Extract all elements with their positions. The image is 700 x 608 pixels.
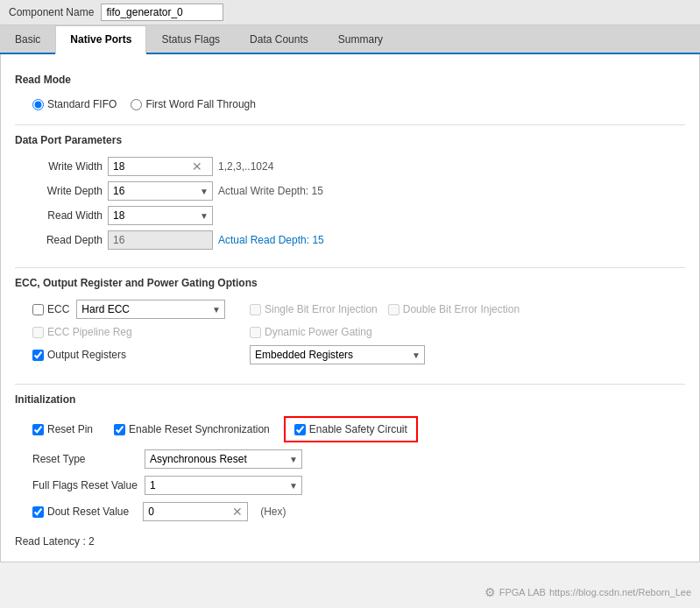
output-reg-select[interactable]: Embedded Registers [251, 346, 424, 364]
single-bit-text: Single Bit Error Injection [265, 303, 378, 315]
enable-safety-circuit-text: Enable Safety Circuit [309, 423, 407, 435]
dout-reset-input-wrapper[interactable]: ✕ [143, 502, 248, 521]
dynamic-power-label[interactable]: Dynamic Power Gating [250, 326, 372, 338]
ecc-pipeline-row: ECC Pipeline Reg Dynamic Power Gating [32, 326, 685, 338]
single-bit-checkbox[interactable] [250, 304, 261, 315]
dout-reset-checkbox[interactable] [32, 506, 44, 518]
reset-pin-text: Reset Pin [47, 423, 93, 435]
dout-reset-label-text: Dout Reset Value [47, 505, 129, 518]
ecc-section: ECC Hard ECC ▼ Single Bit Error Injectio… [15, 296, 685, 375]
reset-type-row: Reset Type Asynchronous Reset Synchronou… [32, 449, 685, 469]
standard-fifo-option[interactable]: Standard FIFO [32, 98, 117, 110]
read-width-select[interactable]: 18 32 [109, 207, 212, 224]
enable-reset-sync-label[interactable]: Enable Reset Synchronization [114, 423, 270, 435]
double-bit-label[interactable]: Double Bit Error Injection [388, 303, 520, 315]
write-depth-row: Write Depth 16 32 64 ▼ Actual Write Dept… [32, 181, 685, 201]
tab-data-counts[interactable]: Data Counts [235, 25, 323, 53]
write-depth-select[interactable]: 16 32 64 [109, 182, 212, 200]
tab-status-flags[interactable]: Status Flags [146, 25, 235, 53]
write-width-input[interactable] [113, 160, 192, 173]
full-flags-row: Full Flags Reset Value 1 0 ▼ [32, 476, 685, 495]
header-bar: Component Name [0, 0, 700, 25]
ecc-pipeline-text: ECC Pipeline Reg [47, 326, 132, 338]
read-latency: Read Latency : 2 [15, 532, 685, 551]
tab-summary[interactable]: Summary [323, 25, 398, 53]
reset-type-select[interactable]: Asynchronous Reset Synchronous Reset [145, 450, 301, 468]
enable-safety-circuit-checkbox[interactable] [294, 424, 306, 435]
enable-safety-circuit-box: Enable Safety Circuit [284, 416, 418, 442]
read-depth-display: 16 [108, 230, 213, 250]
dout-reset-hint: (Hex) [260, 505, 286, 518]
single-bit-label[interactable]: Single Bit Error Injection [250, 303, 378, 315]
full-flags-select-wrapper[interactable]: 1 0 ▼ [145, 476, 302, 495]
read-width-label: Read Width [32, 209, 103, 222]
dynamic-power-text: Dynamic Power Gating [265, 326, 372, 338]
write-width-label: Write Width [32, 160, 103, 173]
reset-type-select-wrapper[interactable]: Asynchronous Reset Synchronous Reset ▼ [145, 449, 302, 469]
enable-reset-sync-text: Enable Reset Synchronization [129, 423, 270, 435]
standard-fifo-radio[interactable] [32, 99, 44, 110]
data-port-title: Data Port Parameters [15, 134, 685, 146]
dout-reset-checkbox-label[interactable]: Dout Reset Value [32, 505, 129, 518]
output-reg-checkbox-label[interactable]: Output Registers [32, 349, 225, 361]
reset-pin-checkbox[interactable] [32, 424, 44, 435]
first-word-fall-through-label: First Word Fall Through [145, 98, 256, 110]
read-depth-row: Read Depth 16 Actual Read Depth: 15 [32, 230, 685, 250]
write-width-clear[interactable]: ✕ [192, 160, 202, 173]
hard-ecc-select[interactable]: Hard ECC [77, 300, 224, 318]
output-reg-select-wrapper[interactable]: Embedded Registers ▼ [250, 345, 425, 364]
write-width-hint: 1,2,3,..1024 [218, 160, 273, 173]
read-width-select-wrapper[interactable]: 18 32 ▼ [108, 206, 213, 225]
reset-type-label: Reset Type [32, 453, 138, 465]
ecc-pipeline-checkbox[interactable] [32, 327, 44, 338]
double-bit-text: Double Bit Error Injection [403, 303, 520, 315]
write-depth-select-wrapper[interactable]: 16 32 64 ▼ [108, 181, 213, 201]
ecc-checkbox[interactable] [32, 304, 44, 315]
output-reg-text: Output Registers [47, 349, 126, 361]
write-width-input-wrapper[interactable]: ✕ [108, 157, 213, 176]
read-mode-title: Read Mode [15, 74, 685, 86]
dout-reset-input[interactable] [148, 505, 227, 518]
init-section: Reset Pin Enable Reset Synchronization E… [15, 413, 685, 532]
dout-reset-clear[interactable]: ✕ [232, 505, 243, 518]
enable-safety-circuit-label[interactable]: Enable Safety Circuit [294, 423, 407, 435]
double-bit-checkbox[interactable] [388, 304, 399, 315]
ecc-title: ECC, Output Register and Power Gating Op… [15, 277, 685, 289]
full-flags-select[interactable]: 1 0 [145, 477, 301, 494]
main-content: Read Mode Standard FIFO First Word Fall … [0, 54, 700, 562]
write-width-row: Write Width ✕ 1,2,3,..1024 [32, 157, 685, 176]
first-word-fall-through-radio[interactable] [131, 99, 142, 110]
reset-pin-row: Reset Pin Enable Reset Synchronization E… [32, 416, 685, 442]
ecc-row: ECC Hard ECC ▼ Single Bit Error Injectio… [32, 300, 685, 319]
enable-reset-sync-checkbox[interactable] [114, 424, 125, 435]
component-name-input[interactable] [101, 4, 223, 21]
output-reg-row: Output Registers Embedded Registers ▼ [32, 345, 685, 364]
hard-ecc-select-wrapper[interactable]: Hard ECC ▼ [76, 300, 225, 319]
dynamic-power-checkbox[interactable] [250, 327, 261, 338]
data-port-section: Write Width ✕ 1,2,3,..1024 Write Depth 1… [15, 153, 685, 258]
write-depth-label: Write Depth [32, 185, 103, 197]
read-depth-value: 16 [113, 234, 124, 246]
component-name-label: Component Name [9, 6, 94, 18]
ecc-checkbox-label[interactable]: ECC [32, 303, 69, 315]
tab-native-ports[interactable]: Native Ports [55, 25, 146, 54]
read-depth-label: Read Depth [32, 234, 103, 246]
reset-pin-label[interactable]: Reset Pin [32, 423, 93, 435]
write-depth-actual: Actual Write Depth: 15 [218, 185, 323, 197]
init-title: Initialization [15, 393, 685, 406]
dout-reset-row: Dout Reset Value ✕ (Hex) [32, 502, 685, 521]
standard-fifo-label: Standard FIFO [47, 98, 117, 110]
read-mode-section: Standard FIFO First Word Fall Through [15, 93, 685, 116]
ecc-label: ECC [47, 303, 69, 315]
tab-basic[interactable]: Basic [0, 25, 55, 53]
first-word-fall-through-option[interactable]: First Word Fall Through [131, 98, 256, 110]
full-flags-label: Full Flags Reset Value [32, 479, 138, 491]
tabs-bar: Basic Native Ports Status Flags Data Cou… [0, 25, 700, 54]
output-reg-checkbox[interactable] [32, 350, 44, 361]
ecc-pipeline-label[interactable]: ECC Pipeline Reg [32, 326, 225, 338]
read-depth-actual: Actual Read Depth: 15 [218, 234, 324, 246]
read-width-row: Read Width 18 32 ▼ [32, 206, 685, 225]
